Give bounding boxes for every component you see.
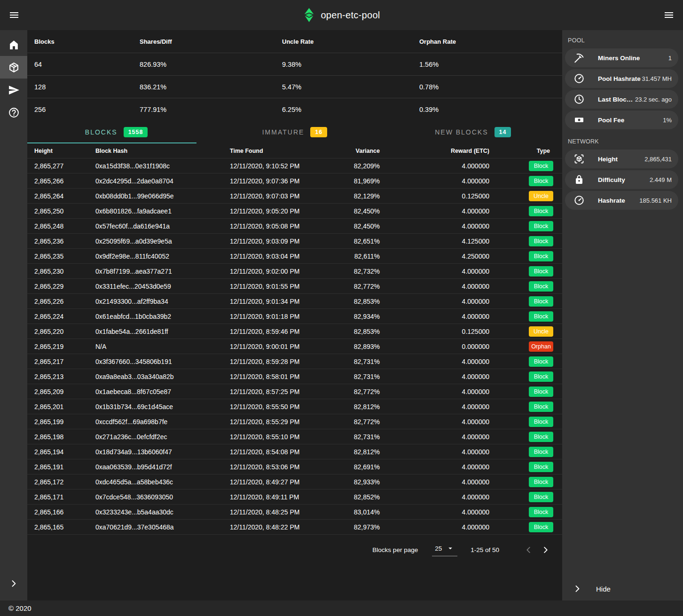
col-header-time-found: Time Found [230, 148, 328, 154]
sidebar-item-payments[interactable] [0, 79, 27, 101]
cell-time: 12/11/2020, 9:02:00 PM [230, 268, 328, 275]
tab-immature[interactable]: IMMATURE16 [205, 121, 384, 143]
hide-drawer-button[interactable]: Hide [562, 577, 683, 600]
per-page-select[interactable]: 25 [432, 543, 457, 556]
col-header-height: Height [27, 148, 95, 154]
cell-type: Block [489, 161, 562, 171]
sidebar-item-home[interactable] [0, 33, 27, 56]
cell-reward: 4.000000 [380, 313, 489, 320]
cell-uncle_rate: 5.47% [275, 83, 412, 91]
cell-height: 2,865,266 [27, 177, 95, 185]
cell-reward: 4.000000 [380, 283, 489, 290]
pool-section-title: POOL [562, 30, 683, 48]
cell-height: 2,865,236 [27, 237, 95, 245]
cell-shares_diff: 836.21% [133, 83, 275, 91]
cell-reward: 4.000000 [380, 403, 489, 411]
brand: open-etc-pool [303, 8, 380, 22]
cell-reward: 0.125000 [380, 328, 489, 335]
tabs-container: BLOCKS1558IMMATURE16NEW BLOCKS14 [27, 121, 562, 143]
cell-hash: 0x18d734a9...13b6060f47 [95, 448, 230, 456]
tab-new-blocks[interactable]: NEW BLOCKS14 [384, 121, 562, 143]
right-menu-icon[interactable] [659, 6, 678, 24]
cell-variance: 82,450% [328, 207, 380, 215]
cell-time: 12/11/2020, 8:48:22 PM [230, 523, 328, 531]
block-table-row: 2,865,1910xaa063539...b95d41d72f12/11/20… [27, 459, 562, 474]
cell-uncle_rate: 6.25% [275, 106, 412, 113]
banknote-icon [573, 114, 585, 126]
stat-value: 2,865,431 [644, 156, 672, 163]
cell-reward: 4.000000 [380, 268, 489, 275]
cell-reward: 4.000000 [380, 433, 489, 441]
cell-time: 12/11/2020, 8:58:01 PM [230, 373, 328, 380]
cell-reward: 4.000000 [380, 373, 489, 380]
cell-type: Block [489, 507, 562, 517]
next-page-chevron-icon[interactable] [537, 541, 554, 558]
cell-variance: 82,772% [328, 388, 380, 395]
type-badge: Block [529, 462, 553, 472]
block-table-row: 2,865,2010x1b31b734...69c1d45ace12/11/20… [27, 399, 562, 414]
block-table-row: 2,865,1720xdc465d5a...a58beb436c12/11/20… [27, 474, 562, 489]
cell-hash: 0xb08dd0b1...99e066d95e [95, 192, 230, 200]
type-badge: Block [529, 236, 553, 246]
cell-height: 2,865,230 [27, 268, 95, 275]
cell-type: Block [489, 492, 562, 502]
blocks-table-header: Height Block Hash Time Found Variance Re… [27, 143, 562, 158]
cell-height: 2,865,220 [27, 328, 95, 335]
col-header-shares-diff: Shares/Diff [133, 38, 275, 45]
network-items: Height2,865,431Difficulty2.449 MHashrate… [562, 150, 683, 210]
stat-value: 1 [668, 55, 672, 62]
stat-item-pool-hashrate: Pool Hashrate31.457 MH [565, 69, 678, 88]
rail-expand-chevron-icon[interactable] [0, 572, 27, 595]
cell-variance: 82,934% [328, 313, 380, 320]
type-badge: Block [529, 281, 553, 292]
cell-hash: 0x1aebeca8...8f67c05e87 [95, 388, 230, 395]
block-table-row: 2,865,2770xa15d3f38...0e31f1908c12/11/20… [27, 158, 562, 173]
cell-time: 12/11/2020, 9:10:52 PM [230, 162, 328, 170]
copyright-label: © 2020 [8, 604, 31, 612]
previous-page-chevron-icon[interactable] [520, 541, 537, 558]
cell-hash: 0x3311efec...20453d0e59 [95, 283, 230, 290]
block-table-row: 2,865,2300x7b8f7199...aea377a27112/11/20… [27, 263, 562, 278]
cell-type: Block [489, 432, 562, 442]
cell-hash: 0x7cdce548...3636093050 [95, 493, 230, 501]
cell-hash: 0x271a236c...0efcfdf2ec [95, 433, 230, 441]
top-app-bar: open-etc-pool [0, 0, 683, 30]
page-range-label: 1-25 of 50 [471, 546, 499, 553]
cell-time: 12/11/2020, 9:01:18 PM [230, 313, 328, 320]
block-table-row: 2,865,1650xa70621d9...37e305468a12/11/20… [27, 519, 562, 534]
block-table-row: 2,865,1660x3233243e...b5a4aa30dc12/11/20… [27, 504, 562, 519]
cell-type: Block [489, 356, 562, 367]
cell-time: 12/11/2020, 9:05:20 PM [230, 207, 328, 215]
stat-label: Pool Hashrate [598, 75, 641, 82]
sidebar-item-blocks[interactable] [0, 56, 27, 79]
block-table-row: 2,865,2640xb08dd0b1...99e066d95e12/11/20… [27, 188, 562, 203]
cell-type: Block [489, 522, 562, 532]
cell-variance: 82,852% [328, 493, 380, 501]
col-header-blocks: Blocks [27, 38, 133, 45]
tab-count-badge: 1558 [124, 127, 148, 137]
col-header-variance: Variance [328, 148, 380, 154]
type-badge: Block [529, 251, 553, 261]
tab-blocks[interactable]: BLOCKS1558 [27, 121, 205, 143]
menu-icon[interactable] [5, 6, 24, 24]
cell-type: Block [489, 221, 562, 231]
per-page-label: Blocks per page [372, 546, 418, 553]
cell-height: 2,865,198 [27, 433, 95, 441]
help-icon [8, 107, 20, 118]
cell-height: 2,865,172 [27, 478, 95, 486]
cell-type: Block [489, 206, 562, 216]
cell-reward: 4.000000 [380, 207, 489, 215]
cell-reward: 4.000000 [380, 177, 489, 185]
stat-item-pool-fee: Pool Fee1% [565, 111, 678, 129]
stat-value: 2.449 M [650, 176, 672, 183]
cell-variance: 82,611% [328, 253, 380, 260]
active-tab-underline [27, 142, 196, 143]
cell-hash: 0x7b8f7199...aea377a271 [95, 268, 230, 275]
sidebar-item-help[interactable] [0, 101, 27, 124]
cell-time: 12/11/2020, 9:01:55 PM [230, 283, 328, 290]
type-badge: Block [529, 387, 553, 397]
block-table-row: 2,865,2240x61eabfcd...1b0cba39b212/11/20… [27, 308, 562, 324]
block-table-row: 2,865,2260x21493300...af2ff9ba3412/11/20… [27, 293, 562, 308]
type-badge: Block [529, 371, 553, 382]
cell-variance: 82,651% [328, 237, 380, 245]
